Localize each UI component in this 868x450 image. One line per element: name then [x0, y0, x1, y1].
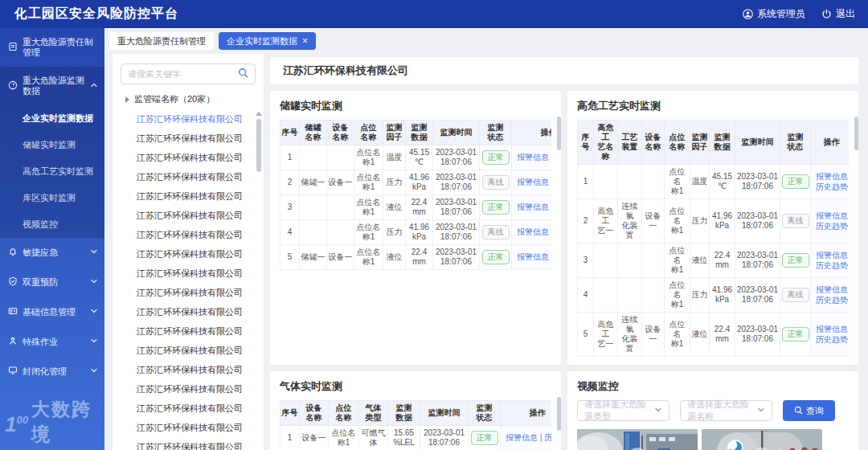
table-row: 4点位名 称1压力41.96 kPa2023-03-01 18:07:06离线报… — [280, 220, 552, 245]
alarm-info-link[interactable]: 报警信息 — [517, 202, 549, 211]
table-cell: 41.96 kPa — [710, 278, 735, 313]
tank-monitoring-card: 储罐实时监测 序号储罐 名称设备 名称点位 名称监测 因子监测 数据监测时间监测… — [270, 91, 561, 365]
sidebar-item-label: 特殊作业 — [23, 337, 85, 347]
sidebar-subitem-1[interactable]: 储罐实时监测 — [0, 132, 104, 158]
logout-button[interactable]: 退出 — [821, 7, 855, 21]
table-scrollbar[interactable] — [557, 117, 561, 150]
company-list-item[interactable]: 江苏汇环环保科技有限公司 — [113, 341, 264, 360]
company-list-item[interactable]: 江苏汇环环保科技有限公司 — [113, 283, 264, 302]
history-trend-link[interactable]: 历史趋势 — [816, 182, 849, 192]
sidebar-subitem-0[interactable]: 企业实时监测数据 — [0, 105, 104, 132]
sidebar-item-label: 封闭化管理 — [23, 366, 85, 377]
history-trend-link[interactable]: 历史趋势 — [816, 295, 849, 305]
company-list-item[interactable]: 江苏汇环环保科技有限公司 — [113, 321, 264, 341]
close-icon[interactable]: × — [302, 37, 308, 45]
alarm-info-link[interactable]: 报警信息 — [816, 171, 849, 182]
history-trend-link[interactable]: 历史趋势 — [544, 433, 551, 442]
sidebar-subitem-2[interactable]: 高危工艺实时监测 — [0, 158, 104, 185]
company-title: 江苏汇环环保科技有限公司 — [283, 63, 408, 78]
table-cell: 点位名 称1 — [665, 313, 690, 357]
tree-node-regulator[interactable]: 监管端名称（20家） — [113, 88, 264, 109]
sidebar-item-6[interactable]: 封闭化管理 — [0, 357, 104, 387]
company-list-item[interactable]: 江苏汇环环保科技有限公司 — [113, 418, 264, 437]
company-list-item[interactable]: 江苏汇环环保科技有限公司 — [113, 244, 264, 264]
table-row: 4点位名 称1压力41.96 kPa2023-03-01 18:07:06离线报… — [578, 278, 850, 313]
alarm-info-link[interactable]: 报警信息 — [506, 433, 538, 442]
company-list-item[interactable]: 江苏汇环环保科技有限公司 — [113, 225, 264, 244]
table-scrollbar[interactable] — [854, 117, 858, 150]
scroll-thumb[interactable] — [256, 119, 261, 172]
company-list-item[interactable]: 江苏汇环环保科技有限公司 — [113, 379, 264, 399]
sidebar-subitem-4[interactable]: 视频监控 — [0, 211, 104, 238]
table-row: 1点位名 称1温度45.15 ℃2023-03-01 18:07:06正常报警信… — [280, 145, 552, 170]
company-list-item[interactable]: 江苏汇环环保科技有限公司 — [113, 360, 264, 379]
video-thumbnail-storage-tank[interactable]: HAC — [702, 429, 822, 450]
tank-table: 序号储罐 名称设备 名称点位 名称监测 因子监测 数据监测时间监测 状态操作1点… — [280, 120, 551, 270]
company-list-item[interactable]: 江苏汇环环保科技有限公司 — [113, 437, 264, 450]
table-cell — [618, 165, 642, 199]
table-cell: 点位名 称1 — [665, 243, 690, 278]
history-trend-link[interactable]: 历史趋势 — [816, 221, 849, 231]
tab-enterprise-realtime-data[interactable]: 企业实时监测数据 × — [219, 32, 316, 50]
search-icon[interactable] — [238, 67, 248, 81]
company-list-item[interactable]: 江苏汇环环保科技有限公司 — [113, 167, 264, 186]
table-cell: 点位名 称1 — [665, 199, 690, 243]
alarm-info-link[interactable]: 报警信息 — [517, 178, 549, 186]
alarm-info-link[interactable]: 报警信息 — [816, 250, 849, 260]
bell-icon — [8, 247, 18, 259]
tab-responsibility-management[interactable]: 重大危险源责任制管理 — [109, 32, 214, 50]
company-list-item[interactable]: 江苏汇环环保科技有限公司 — [113, 399, 264, 418]
list-scrollbar[interactable] — [256, 112, 261, 172]
status-cell: 正常 — [480, 195, 512, 220]
hazard-type-select[interactable]: 请选择重大危险源类型 — [577, 400, 669, 421]
table-cell: 22.4 mm — [406, 245, 433, 270]
idcard-icon — [8, 306, 18, 318]
alarm-info-link[interactable]: 报警信息 — [517, 153, 549, 162]
sidebar-item-3[interactable]: 双重预防 — [0, 268, 104, 297]
table-cell: 1 — [280, 426, 300, 450]
ops-cell: 报警信息 | 历史趋势 — [512, 145, 552, 170]
company-list-item[interactable]: 江苏汇环环保科技有限公司 — [113, 264, 264, 283]
current-user[interactable]: 系统管理员 — [743, 7, 805, 21]
alarm-info-link[interactable]: 报警信息 — [816, 324, 849, 334]
company-list-item[interactable]: 江苏汇环环保科技有限公司 — [113, 186, 264, 206]
table-cell: 3 — [578, 243, 594, 278]
alarm-info-link[interactable]: 报警信息 — [816, 211, 849, 221]
alarm-info-link[interactable]: 报警信息 — [517, 252, 549, 261]
company-list-item[interactable]: 江苏汇环环保科技有限公司 — [113, 302, 264, 321]
company-list-item[interactable]: 江苏汇环环保科技有限公司 — [113, 109, 264, 129]
company-list-item[interactable]: 江苏汇环环保科技有限公司 — [113, 129, 264, 148]
sidebar-subitem-3[interactable]: 库区实时监测 — [0, 185, 104, 211]
sidebar-item-5[interactable]: 特殊作业 — [0, 327, 104, 357]
alarm-info-link[interactable]: 报警信息 — [816, 284, 849, 295]
table-cell: 2 — [578, 199, 594, 243]
table-cell: 设备一 — [327, 245, 354, 270]
ops-cell: 报警信息 | 历史趋势 — [512, 220, 552, 245]
video-thumbnail-tanker-truck[interactable] — [577, 429, 698, 450]
scroll-up-icon[interactable] — [256, 112, 262, 116]
search-input[interactable] — [128, 69, 238, 79]
hazard-name-select[interactable]: 请选择重大危险源名称 — [680, 400, 772, 421]
table-cell: 1 — [280, 145, 300, 170]
table-cell — [642, 165, 665, 199]
table-cell: 设备一 — [300, 426, 329, 450]
status-cell: 离线 — [780, 199, 811, 243]
alarm-info-link[interactable]: 报警信息 — [517, 227, 549, 236]
status-cell: 离线 — [780, 278, 811, 313]
history-trend-link[interactable]: 历史趋势 — [816, 260, 849, 271]
query-button[interactable]: 查询 — [783, 400, 835, 421]
table-cell: 高危工 艺一 — [594, 199, 618, 243]
company-list-item[interactable]: 江苏汇环环保科技有限公司 — [113, 148, 264, 167]
table-cell: 点位名 称1 — [329, 426, 359, 450]
gauge-icon — [8, 80, 18, 92]
table-scrollbar[interactable] — [557, 397, 561, 431]
status-cell: 正常 — [480, 245, 512, 270]
table-cell: 设备一 — [642, 313, 665, 357]
sidebar-item-0[interactable]: 重大危险源责任制管理 — [0, 28, 104, 67]
sidebar-item-4[interactable]: 基础信息管理 — [0, 297, 104, 327]
company-list-item[interactable]: 江苏汇环环保科技有限公司 — [113, 206, 264, 225]
ops-separator: | — [549, 202, 551, 211]
sidebar-item-1[interactable]: 重大危险源监测数据 — [0, 67, 104, 105]
history-trend-link[interactable]: 历史趋势 — [816, 334, 849, 345]
sidebar-item-2[interactable]: 敏捷应急 — [0, 238, 104, 268]
